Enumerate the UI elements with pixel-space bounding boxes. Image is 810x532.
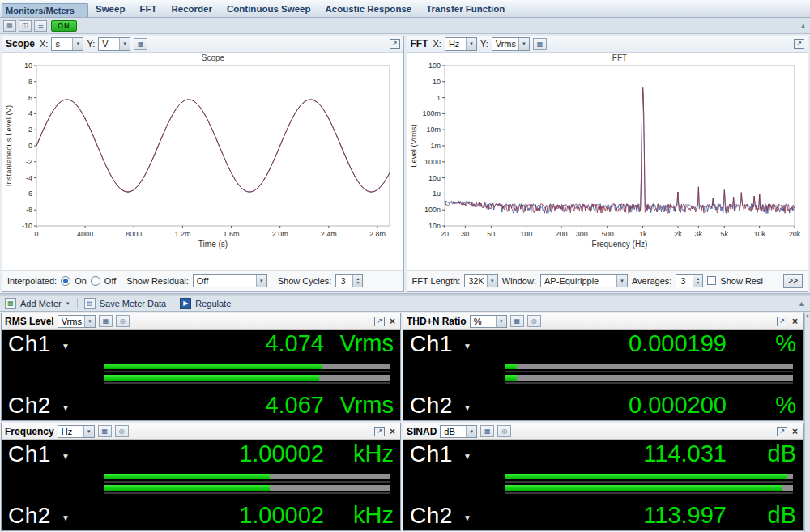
meter-title: Frequency (5, 426, 54, 437)
meter-unit-select[interactable]: Hz▼ (58, 425, 95, 438)
meter-unit-select[interactable]: dB▼ (440, 425, 477, 438)
channel-dropdown-icon[interactable]: ▼ (62, 452, 70, 461)
interpolated-off-radio[interactable] (91, 276, 100, 286)
fft-y-unit-select[interactable]: Vrms▼ (492, 37, 530, 51)
generator-on-toggle[interactable]: ON (51, 20, 77, 32)
chevron-down-icon: ▼ (518, 38, 529, 50)
meter-bars (104, 474, 390, 496)
collapse-toolbar-icon[interactable]: ▲ (799, 22, 807, 30)
show-residual-select[interactable]: Off▼ (193, 274, 267, 287)
layout-grid-icon[interactable]: ▦ (3, 20, 16, 32)
fft-chart: FFT100101100m10m1m100u10u1u100n10n203050… (407, 53, 804, 268)
add-meter-button[interactable]: Add Meter (20, 299, 62, 309)
channel-row: Ch1 ▼ 4.074 Vrms (8, 330, 394, 357)
meter-unit-value: % (474, 317, 482, 326)
tab-fft[interactable]: FFT (132, 2, 164, 17)
svg-text:Time (s): Time (s) (198, 240, 228, 249)
regulate-button[interactable]: Regulate (195, 299, 231, 309)
popout-window-icon[interactable]: ↗ (374, 317, 385, 326)
chevron-down-icon: ▼ (256, 275, 266, 287)
toolbar-separator (77, 298, 78, 309)
window-value: AP-Equiripple (544, 276, 599, 286)
averages-label: Averages: (632, 276, 671, 286)
show-cycles-spinner[interactable]: 3▲▼ (335, 274, 363, 287)
meter-settings-icon[interactable]: ▦ (99, 315, 113, 327)
svg-text:-6: -6 (26, 189, 32, 198)
svg-text:Scope: Scope (202, 53, 225, 62)
meter-settings-icon[interactable]: ▦ (98, 425, 112, 437)
tab-acoustic-response[interactable]: Acoustic Response (318, 2, 419, 17)
chevron-down-icon: ▼ (466, 38, 476, 50)
channel-label: Ch1 (8, 331, 51, 357)
monitor-panels: Scope X: s▼ Y: V▼ ▦ ↗ Scope1086420-2-4-6… (0, 34, 810, 293)
averages-spinner[interactable]: 3▲▼ (676, 274, 703, 287)
channel-unit: kHz (324, 440, 394, 467)
svg-text:1m: 1m (430, 142, 441, 150)
interpolated-on-radio[interactable] (61, 276, 70, 286)
channel-dropdown-icon[interactable]: ▼ (62, 342, 70, 351)
popout-window-icon[interactable]: ↗ (374, 427, 385, 436)
tab-recorder[interactable]: Recorder (164, 2, 220, 17)
scope-x-unit-select[interactable]: s▼ (51, 37, 83, 51)
tab-monitors-meters[interactable]: Monitors/Meters (2, 3, 88, 17)
close-icon[interactable]: × (791, 317, 799, 326)
svg-text:-8: -8 (26, 206, 32, 214)
cursor-target-icon[interactable]: ◎ (497, 425, 511, 437)
popout-window-icon[interactable]: ↗ (777, 427, 787, 436)
channel-dropdown-icon[interactable]: ▼ (62, 403, 70, 412)
channel-dropdown-icon[interactable]: ▼ (463, 342, 471, 351)
graph-settings-icon[interactable]: ▦ (134, 38, 147, 50)
show-residual-checkbox-label: Show Resi (720, 276, 763, 286)
spinner-arrows-icon[interactable]: ▲▼ (352, 275, 362, 287)
channel-dropdown-icon[interactable]: ▼ (62, 513, 70, 522)
cursor-target-icon[interactable]: ◎ (115, 425, 129, 437)
channel-dropdown-icon[interactable]: ▼ (463, 452, 471, 461)
collapse-meters-icon[interactable]: ▲ (798, 300, 805, 308)
meter-settings-icon[interactable]: ▦ (510, 315, 524, 327)
meter-header: RMS Level Vrms▼ ▦ ◎ ↗ × (2, 313, 400, 330)
meters-scroll-rail[interactable]: ▲ (804, 312, 810, 532)
meter-unit-select[interactable]: Vrms▼ (58, 315, 96, 328)
meter-body: Ch1 ▼ 1.00002 kHz Ch2 ▼ 1.00002 kHz (2, 440, 400, 530)
meter-body: Ch1 ▼ 0.000199 % Ch2 ▼ 0.000200 % (403, 330, 803, 420)
scope-y-unit-select[interactable]: V▼ (98, 37, 130, 51)
layout-split-icon[interactable]: ◫ (19, 20, 32, 32)
popout-window-icon[interactable]: ↗ (777, 317, 787, 326)
more-controls-button[interactable]: >> (783, 274, 803, 288)
window-select[interactable]: AP-Equiripple▼ (540, 274, 628, 287)
popout-window-icon[interactable]: ↗ (390, 39, 400, 49)
channel-value: 4.074 (70, 330, 324, 357)
close-icon[interactable]: × (388, 427, 397, 436)
channel-dropdown-icon[interactable]: ▼ (463, 403, 471, 412)
show-residual-value: Off (197, 276, 208, 286)
close-icon[interactable]: × (388, 317, 397, 326)
fft-x-unit-select[interactable]: Hz▼ (445, 37, 477, 51)
spinner-arrows-icon[interactable]: ▲▼ (693, 275, 702, 287)
channel-dropdown-icon[interactable]: ▼ (463, 513, 471, 522)
meter-unit-select[interactable]: %▼ (470, 315, 507, 328)
meter-settings-icon[interactable]: ▦ (480, 425, 494, 437)
cursor-target-icon[interactable]: ◎ (116, 315, 130, 327)
save-meter-data-button[interactable]: Save Meter Data (100, 299, 167, 309)
svg-text:1.2m: 1.2m (174, 230, 190, 238)
tab-continuous-sweep[interactable]: Continuous Sweep (220, 2, 318, 17)
svg-text:Frequency (Hz): Frequency (Hz) (591, 240, 647, 249)
meter-unit-value: Hz (62, 427, 72, 436)
svg-text:0: 0 (34, 230, 38, 238)
svg-text:30: 30 (461, 230, 469, 238)
close-icon[interactable]: × (791, 427, 799, 436)
graph-settings-icon[interactable]: ▦ (533, 38, 547, 50)
layout-rows-icon[interactable]: ☰ (34, 20, 47, 32)
channel-bar (104, 485, 390, 491)
channel-bar-shadow (505, 481, 793, 483)
meter-frequency: Frequency Hz▼ ▦ ◎ ↗ × Ch1 ▼ 1.00002 kHz … (1, 423, 401, 531)
fft-controls: FFT Length: 32K▼ Window: AP-Equiripple▼ … (407, 270, 808, 291)
cursor-target-icon[interactable]: ◎ (527, 315, 541, 327)
popout-window-icon[interactable]: ↗ (794, 39, 804, 49)
svg-text:1.6m: 1.6m (224, 230, 240, 238)
fft-length-select[interactable]: 32K▼ (464, 274, 498, 287)
tab-transfer-function[interactable]: Transfer Function (419, 2, 512, 17)
chevron-down-icon: ▼ (496, 316, 506, 327)
tab-sweep[interactable]: Sweep (88, 2, 132, 17)
show-residual-checkbox[interactable] (707, 276, 716, 285)
